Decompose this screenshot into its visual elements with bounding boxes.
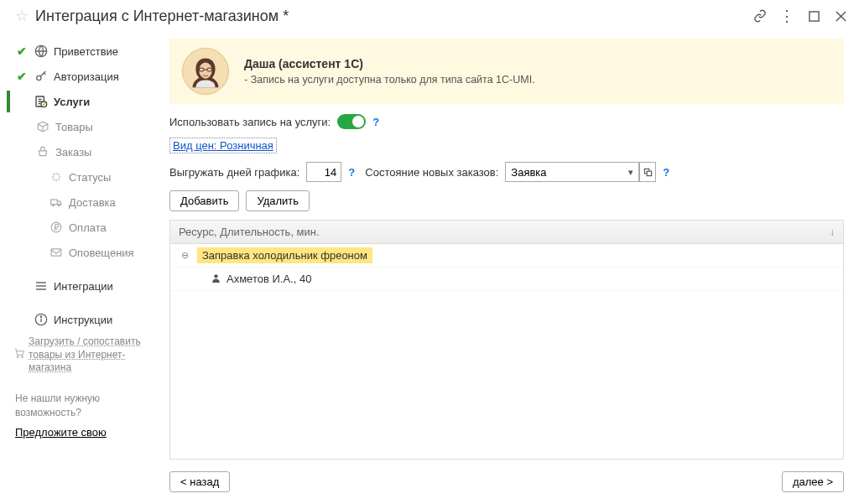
link-icon[interactable]: [752, 8, 768, 24]
help-icon[interactable]: ?: [372, 116, 379, 128]
globe-icon: [34, 44, 49, 59]
sidebar-item-integrations[interactable]: Интеграции: [0, 273, 166, 299]
basket-icon: [35, 144, 50, 159]
footer-question: Не нашли нужную возможность?: [15, 392, 100, 418]
sidebar-item-label: Инструкции: [54, 314, 112, 326]
check-icon: ✔: [15, 70, 29, 83]
suggest-link[interactable]: Предложите свою: [15, 425, 151, 440]
sidebar-item-welcome[interactable]: ✔ Приветствие: [0, 39, 166, 64]
table-row-group[interactable]: ⊖ Заправка холодильник фреоном: [170, 244, 843, 268]
resources-table: Ресурс, Длительность, мин. ↓ ⊖ Заправка …: [169, 220, 844, 460]
cart-icon: [13, 347, 25, 363]
svg-rect-0: [809, 11, 818, 20]
load-match-link[interactable]: Загрузить / сопоставить товары из Интерн…: [0, 335, 166, 375]
sidebar-item-label: Авторизация: [54, 70, 119, 83]
sort-icon[interactable]: ↓: [830, 226, 835, 238]
banner-line: - Запись на услуги доступна только для т…: [244, 74, 535, 86]
sidebar-item-label: Приветствие: [54, 45, 118, 58]
person-icon: [211, 273, 221, 286]
sidebar-item-label: Товары: [55, 121, 93, 133]
window-title: Интеграция с Интернет-магазином *: [35, 8, 742, 25]
more-menu-icon[interactable]: ⋮: [778, 8, 795, 24]
sidebar-item-statuses[interactable]: Статусы: [0, 164, 166, 190]
sidebar-item-label: Заказы: [55, 146, 91, 158]
open-ref-icon[interactable]: [639, 162, 656, 182]
svg-rect-26: [647, 171, 652, 176]
row-text: Ахметов И.А., 40: [226, 273, 311, 285]
banner-title: Даша (ассистент 1С): [244, 57, 535, 70]
svg-point-4: [37, 75, 41, 80]
truck-icon: [49, 195, 64, 210]
key-icon: [34, 69, 49, 84]
sidebar-item-instructions[interactable]: Инструкции: [0, 307, 166, 332]
group-label: Заправка холодильник фреоном: [197, 247, 372, 263]
dropdown-icon[interactable]: ▾: [622, 162, 639, 182]
sidebar-item-delivery[interactable]: Доставка: [0, 190, 166, 215]
svg-point-17: [40, 316, 41, 317]
sidebar-item-payment[interactable]: Оплата: [0, 215, 166, 240]
sidebar-item-auth[interactable]: ✔ Авторизация: [0, 64, 166, 89]
svg-point-19: [22, 356, 23, 358]
sidebar-item-services[interactable]: Услуги: [0, 89, 166, 114]
ruble-icon: [49, 220, 64, 235]
collapse-icon[interactable]: ⊖: [179, 250, 190, 261]
sidebar-item-label: Оповещения: [69, 247, 134, 259]
table-row[interactable]: Ахметов И.А., 40: [170, 268, 843, 291]
assistant-avatar: [182, 48, 229, 95]
use-booking-toggle[interactable]: [337, 114, 366, 129]
svg-point-18: [17, 356, 18, 358]
next-button[interactable]: далее >: [782, 471, 844, 492]
add-button[interactable]: Добавить: [169, 190, 239, 211]
sidebar-item-goods[interactable]: Товары: [0, 114, 166, 139]
days-input[interactable]: [306, 162, 341, 182]
help-icon[interactable]: ?: [663, 166, 669, 179]
days-label: Выгружать дней графика:: [169, 166, 299, 179]
svg-point-27: [214, 274, 217, 278]
sidebar-item-label: Услуги: [54, 96, 90, 108]
price-type-link[interactable]: Вид цен: Розничная: [169, 138, 277, 153]
favorite-star-icon[interactable]: ☆: [15, 7, 29, 25]
sidebar-item-label: Статусы: [69, 171, 111, 184]
maximize-icon[interactable]: [805, 8, 822, 24]
menu-icon: [34, 278, 49, 294]
use-booking-label: Использовать запись на услуги:: [169, 116, 331, 128]
mail-icon: [49, 245, 64, 260]
close-icon[interactable]: [832, 8, 849, 24]
status-icon: [49, 169, 64, 184]
check-icon: ✔: [15, 44, 29, 58]
status-label: Состояние новых заказов:: [365, 166, 498, 179]
sidebar-item-notifications[interactable]: Оповещения: [0, 240, 166, 265]
status-combo[interactable]: ▾: [505, 162, 656, 182]
delete-button[interactable]: Удалить: [246, 190, 310, 211]
box-icon: [35, 119, 50, 134]
sidebar-item-orders[interactable]: Заказы: [0, 139, 166, 164]
assistant-banner: Даша (ассистент 1С) - Запись на услуги д…: [169, 39, 844, 104]
back-button[interactable]: < назад: [169, 471, 230, 492]
status-input[interactable]: [505, 162, 622, 182]
services-icon: [34, 94, 49, 109]
help-icon[interactable]: ?: [348, 166, 355, 179]
info-icon: [34, 312, 49, 327]
sidebar-item-label: Интеграции: [54, 280, 113, 293]
sidebar-item-label: Оплата: [69, 221, 107, 234]
table-header: Ресурс, Длительность, мин.: [179, 226, 320, 238]
svg-rect-11: [51, 249, 61, 256]
sidebar-item-label: Доставка: [69, 196, 116, 209]
